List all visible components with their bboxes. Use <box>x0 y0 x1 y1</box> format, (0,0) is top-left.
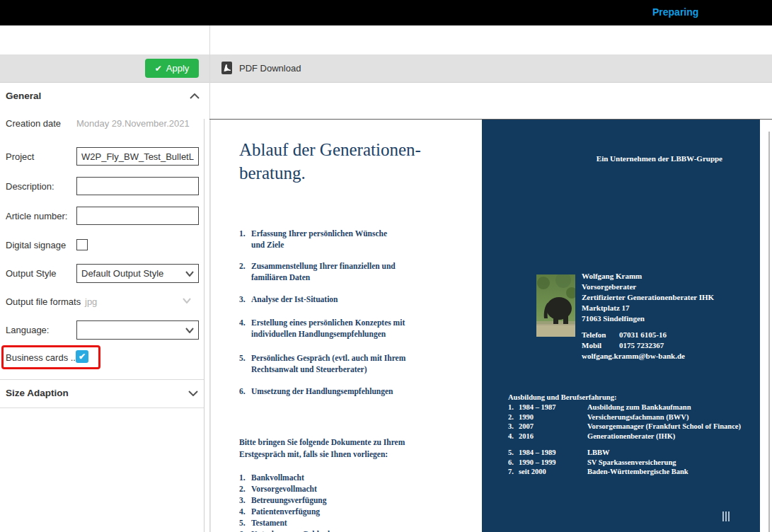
flyer-step: 1.Erfassung Ihrer persönlichen Wünsche u… <box>239 228 387 250</box>
creation-date-value: Monday 29.November.2021 <box>76 118 190 129</box>
advisor-contact-block: Wolfgang Kramm Vorsorgeberater Zertifizi… <box>582 271 714 324</box>
status-text: Preparing <box>652 6 698 18</box>
advisor-email: wolfgang.kramm@bw-bank.de <box>582 351 685 362</box>
output-style-value: Default Output Style <box>81 268 163 279</box>
flyer-document-item: 3.Betreuungsverfügung <box>239 495 327 506</box>
flyer-documents-intro: Bitte bringen Sie folgende Dokumente zu … <box>239 436 405 461</box>
flyer-title: Ablauf der Generationen- beratung. <box>239 138 421 185</box>
header-row: Navigation Information « W2P_Fly_BW_Test… <box>0 25 772 54</box>
business-cards-label: Business cards ... <box>6 352 79 363</box>
flyer-step: 6.Umsetzung der Handlungsempfehlungen <box>239 386 393 397</box>
language-label: Language: <box>6 325 49 335</box>
advisor-phone-block: Telefon07031 6105-16 Mobil0175 7232367 w… <box>582 330 685 362</box>
article-number-label: Article number: <box>6 211 67 221</box>
experience-group: 1.1984 – 1987Ausbildung zum Bankkaufmann… <box>508 403 741 441</box>
section-header-size-adaption[interactable]: Size Adaption <box>6 388 69 398</box>
flyer-step: 4.Erstellung eines persönlichen Konzepte… <box>239 317 405 340</box>
flyer-step: 2.Zusammenstellung Ihrer finanziellen un… <box>239 260 396 283</box>
project-label: Project <box>6 151 34 162</box>
flyer-step: 5.Persönliches Gespräch (evtl. auch mit … <box>239 352 405 375</box>
chevron-down-icon <box>188 391 198 396</box>
sidebar-scrollbar[interactable] <box>204 119 204 532</box>
flyer-document-item: 2.Vorsorgevollmacht <box>239 483 317 495</box>
pdf-download-label: PDF Download <box>239 63 301 74</box>
flyer-group-line: Ein Unternehmen der LBBW-Gruppe <box>597 154 722 163</box>
output-style-label: Output Style <box>6 268 57 279</box>
app-window: Preparing Navigation Information « W2P_F… <box>0 0 772 532</box>
chevron-down-icon <box>185 271 194 277</box>
toolbar-row: ✔ Apply PDF Download <box>0 54 772 83</box>
experience-group: 5.1984 – 1989LBBW 6.1990 – 1999SV Sparka… <box>508 448 689 477</box>
pdf-download-button[interactable]: PDF Download <box>221 59 301 76</box>
section-header-general[interactable]: General <box>6 91 41 101</box>
article-number-input[interactable] <box>76 207 199 225</box>
top-titlebar: Preparing <box>0 0 772 25</box>
business-cards-checkbox[interactable]: ✔ <box>76 350 88 363</box>
vertical-imprint-mark <box>722 511 730 521</box>
flyer-document-item: 5.Testament <box>239 517 287 528</box>
chevron-up-icon <box>190 93 200 99</box>
apply-button-label: Apply <box>166 63 190 74</box>
flyer-document-item: 1.Bankvollmacht <box>239 472 304 483</box>
preview-scrollbar[interactable] <box>768 132 770 532</box>
description-input[interactable] <box>76 177 199 195</box>
check-icon: ✔ <box>79 352 86 362</box>
digital-signage-checkbox[interactable] <box>76 239 88 250</box>
pdf-file-icon <box>221 62 232 74</box>
chevron-down-icon-disabled <box>183 298 191 303</box>
apply-button[interactable]: ✔ Apply <box>145 59 199 78</box>
flyer-document-item: 6.Unterlagen zu Geldanlagen <box>239 528 346 532</box>
divider <box>0 407 204 408</box>
experience-title: Ausbildung und Berufserfahrung: <box>508 393 616 401</box>
flyer-step: 3.Analyse der Ist-Situation <box>239 294 338 305</box>
digital-signage-label: Digital signage <box>6 240 66 250</box>
output-file-formats-value: jpg <box>85 296 97 307</box>
description-label: Description: <box>6 181 54 192</box>
creation-date-label: Creation date <box>6 118 61 129</box>
chevron-down-icon <box>185 328 194 333</box>
advisor-photo <box>536 274 575 337</box>
flyer-document-item: 4.Patientenverfügung <box>239 506 320 517</box>
project-input[interactable] <box>76 147 199 166</box>
divider <box>0 379 204 380</box>
check-icon: ✔ <box>155 64 162 74</box>
output-style-select[interactable]: Default Output Style <box>76 264 199 283</box>
output-file-formats-label: Output file formats <box>6 296 81 307</box>
language-select[interactable] <box>76 320 199 340</box>
flyer-front-page: Ablauf der Generationen- beratung. 1.Erf… <box>210 120 483 532</box>
flyer-back-page: Ein Unternehmen der LBBW-Gruppe Wolfgang… <box>482 120 760 532</box>
